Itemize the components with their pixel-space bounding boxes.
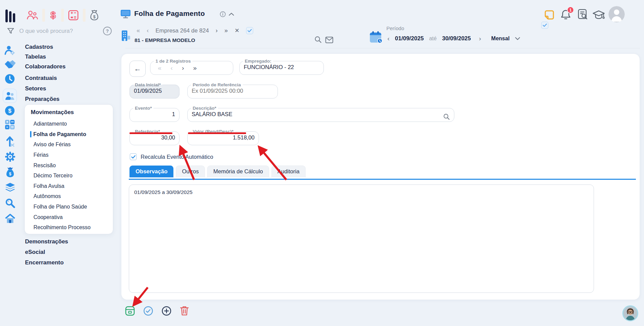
people-rail-item-active[interactable] — [3, 89, 17, 103]
delete-icon[interactable] — [180, 306, 189, 316]
record-first-button[interactable]: « — [158, 64, 162, 72]
bell-icon[interactable]: 1 — [560, 9, 571, 20]
svg-text:$: $ — [93, 15, 96, 19]
people-icon[interactable] — [26, 10, 38, 20]
home-icon[interactable] — [5, 214, 16, 224]
help-icon[interactable]: ? — [103, 26, 112, 36]
user-avatar[interactable] — [609, 6, 625, 22]
company-search-icon[interactable] — [314, 36, 322, 43]
company-last-button[interactable]: » — [224, 27, 228, 34]
periodo-referencia-input[interactable] — [188, 87, 278, 96]
handshake-icon[interactable] — [4, 60, 16, 69]
record-last-button[interactable]: » — [193, 64, 197, 72]
check-icon — [543, 23, 547, 27]
period-next-button[interactable]: › — [479, 35, 481, 42]
company-first-button[interactable]: « — [137, 27, 140, 34]
save-icon[interactable] — [125, 306, 135, 316]
clock-icon[interactable] — [4, 73, 15, 84]
submenu-item-autonomos[interactable]: Autônomos — [25, 191, 113, 202]
submenu-item-ferias[interactable]: Férias — [25, 150, 113, 160]
dollar-circle-icon[interactable]: $ — [4, 105, 15, 116]
evento-input[interactable] — [130, 111, 179, 119]
sidebar-item-encerramento[interactable]: Encerramento — [25, 257, 68, 268]
period-end-date[interactable]: 30/09/2025 — [442, 35, 471, 42]
record-prev-button[interactable]: ‹ — [171, 64, 173, 72]
app-logo[interactable] — [5, 7, 17, 22]
sidebar-item-cadastros[interactable]: Cadastros — [25, 42, 66, 52]
check-circle-icon[interactable] — [143, 306, 153, 316]
chevron-down-icon[interactable] — [515, 37, 520, 40]
money-bag-icon[interactable]: $ — [5, 167, 15, 178]
chevron-up-icon[interactable] — [229, 12, 234, 16]
sidebar-item-contratuais[interactable]: Contratuais — [25, 73, 66, 83]
filter-icon[interactable] — [7, 27, 15, 35]
building-icon — [120, 30, 131, 42]
evento-label: Evento* — [133, 106, 153, 111]
submenu-item-rescisao[interactable]: Rescisão — [25, 160, 113, 171]
submenu-item-decimo-terceiro[interactable]: Décimo Terceiro — [25, 171, 113, 181]
period-start-date[interactable]: 01/09/2025 — [395, 35, 424, 42]
submenu-item-recolhimento-processo[interactable]: Recolhimento Processo — [25, 222, 113, 233]
company-next-button[interactable]: › — [216, 27, 218, 34]
records-nav-group: 1 de 2 Registros « ‹ › » — [150, 59, 233, 75]
descricao-input[interactable] — [188, 111, 454, 119]
tab-outros[interactable]: Outros — [176, 166, 205, 177]
trend-up-icon[interactable] — [6, 136, 15, 147]
submenu-item-adiantamento[interactable]: Adiantamento — [25, 119, 113, 129]
submenu-item-folha-de-plano-saude[interactable]: Folha de Plano Saúde — [25, 202, 113, 212]
submenu-item-folha-de-pagamento[interactable]: Folha de Pagamento — [25, 129, 113, 140]
recalcula-checkbox[interactable] — [130, 153, 137, 160]
calculator-icon[interactable] — [68, 10, 78, 20]
company-clear-button[interactable]: ✕ — [235, 27, 239, 34]
document-search-icon[interactable] — [577, 9, 588, 20]
referencia-label: Referência* — [133, 129, 162, 134]
period-prev-button[interactable]: ‹ — [387, 35, 389, 42]
search-icon[interactable] — [5, 198, 15, 208]
submenu-item-label: Cooperativa — [33, 214, 63, 220]
sidebar-item-tabelas[interactable]: Tabelas — [25, 52, 66, 62]
submenu-title[interactable]: Movimentações — [31, 109, 113, 116]
company-prev-button[interactable]: ‹ — [147, 27, 149, 34]
calculator-icon[interactable] — [5, 119, 15, 130]
sidebar-item-esocial[interactable]: eSocial — [25, 247, 68, 257]
record-next-button[interactable]: › — [182, 64, 184, 72]
period-frequency-select[interactable]: Mensal — [491, 36, 509, 42]
sidebar-item-colaboradores[interactable]: Colaboradores — [25, 62, 66, 71]
dollar-icon[interactable]: $ — [49, 9, 57, 21]
observacao-textarea[interactable]: 01/09/2025 a 30/09/2025 — [129, 184, 594, 293]
submenu-item-label: Adiantamento — [33, 121, 67, 127]
period-checkbox[interactable] — [541, 22, 548, 29]
submenu-item-folha-avulsa[interactable]: Folha Avulsa — [25, 181, 113, 192]
data-inicial-input[interactable] — [130, 87, 179, 96]
submenu-item-aviso-de-ferias[interactable]: Aviso de Férias — [25, 139, 113, 150]
back-button[interactable]: ← — [129, 61, 146, 77]
descricao-search-icon[interactable] — [443, 113, 450, 120]
graduation-cap-icon[interactable] — [592, 9, 605, 21]
sidebar-item-preparacoes[interactable]: Preparações — [25, 94, 66, 104]
gear-icon[interactable] — [5, 151, 16, 162]
sidebar-item-setores[interactable]: Setores — [25, 84, 66, 93]
tab-memoria-de-calculo[interactable]: Memória de Cálculo — [207, 166, 269, 177]
referencia-input[interactable] — [130, 134, 179, 143]
user-gear-icon[interactable] — [4, 45, 15, 56]
employee-legend: Empregado: — [243, 59, 273, 64]
sidebar-item-demonstracoes[interactable]: Demonstrações — [25, 236, 68, 247]
svg-text:?: ? — [106, 28, 109, 34]
layers-icon[interactable] — [5, 182, 16, 192]
add-circle-icon[interactable] — [162, 306, 171, 316]
search-input[interactable] — [19, 28, 91, 35]
mail-icon[interactable] — [325, 37, 333, 43]
note-icon[interactable] — [543, 9, 555, 21]
company-checkbox[interactable] — [246, 27, 253, 34]
valor-input[interactable] — [188, 134, 259, 143]
submenu-item-cooperativa[interactable]: Cooperativa — [25, 212, 113, 222]
submenu-item-label: Folha Avulsa — [33, 183, 64, 189]
period-until-label: até — [429, 36, 436, 42]
tab-observacao[interactable]: Observação — [129, 166, 173, 177]
tab-auditoria[interactable]: Auditoria — [271, 166, 306, 177]
support-agent-avatar[interactable] — [622, 305, 638, 321]
money-bag-icon[interactable]: $ — [90, 9, 99, 21]
svg-text:$: $ — [8, 108, 11, 114]
info-icon[interactable] — [220, 11, 226, 17]
submenu-item-label: Folha de Plano Saúde — [33, 204, 87, 210]
